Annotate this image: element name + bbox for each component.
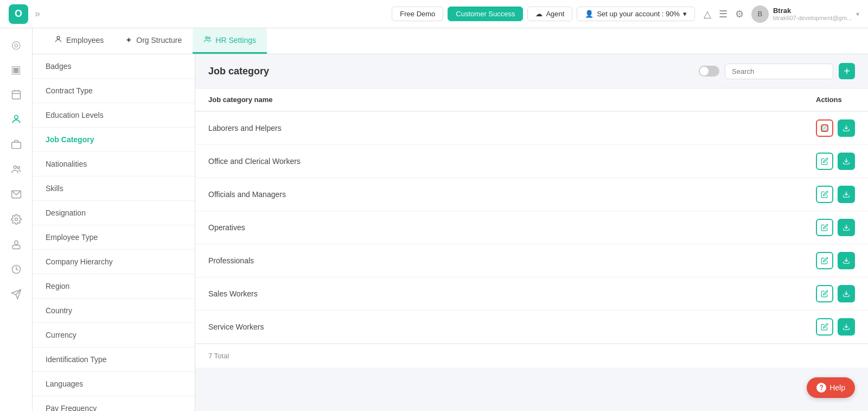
topnav-icon-group: △ ☰ ⚙ — [704, 8, 744, 20]
user-email: btrak607-development@gm... — [773, 15, 852, 21]
free-demo-button[interactable]: Free Demo — [392, 7, 443, 21]
settings-item-badges[interactable]: Badges — [33, 54, 195, 79]
edit-button[interactable] — [816, 318, 833, 336]
svg-point-4 — [14, 116, 18, 119]
row-name: Office and Clerical Workers — [195, 145, 803, 178]
row-actions — [803, 178, 868, 211]
action-btn-group — [816, 186, 855, 203]
row-name: Operatives — [195, 211, 803, 244]
username: Btrak — [773, 7, 852, 15]
user-info: Btrak btrak607-development@gm... — [773, 7, 852, 21]
main-panel: Job category + Job category name Actions… — [195, 54, 868, 411]
hr-tab-icon — [203, 35, 212, 45]
person-setup-icon: 👤 — [585, 10, 593, 18]
tab-hr-settings[interactable]: HR Settings — [193, 28, 267, 54]
download-button[interactable] — [838, 252, 855, 269]
settings-item-contract-type[interactable]: Contract Type — [33, 79, 195, 103]
settings-item-skills[interactable]: Skills — [33, 176, 195, 201]
row-actions — [803, 244, 868, 277]
download-button[interactable] — [838, 285, 855, 302]
sidebar-icon-calendar[interactable] — [5, 84, 27, 105]
toggle-switch[interactable] — [699, 66, 719, 77]
settings-item-education-levels[interactable]: Education Levels — [33, 103, 195, 128]
sidebar-icon-clock[interactable] — [5, 258, 27, 280]
svg-point-9 — [15, 218, 17, 221]
edit-button[interactable] — [816, 153, 833, 170]
settings-item-region[interactable]: Region — [33, 274, 195, 299]
tab-hr-label: HR Settings — [215, 36, 256, 45]
setup-chevron-icon: ▾ — [683, 10, 687, 18]
table-row: Professionals — [195, 244, 868, 277]
action-btn-group — [816, 318, 855, 336]
table-row: Office and Clerical Workers — [195, 145, 868, 178]
edit-button[interactable] — [816, 252, 833, 269]
sidebar-icon-profile[interactable] — [5, 233, 27, 255]
settings-item-employee-type[interactable]: Employee Type — [33, 225, 195, 250]
settings-item-country[interactable]: Country — [33, 299, 195, 323]
search-input[interactable] — [725, 64, 833, 79]
col-name-header: Job category name — [195, 88, 803, 111]
svg-rect-0 — [12, 91, 20, 99]
row-name: Laborers and Helpers — [195, 111, 803, 145]
col-actions-header: Actions — [803, 88, 868, 111]
row-actions — [803, 111, 868, 145]
employees-tab-icon — [54, 35, 62, 45]
customer-success-button[interactable]: Customer Success — [448, 7, 523, 21]
table-row: Service Workers — [195, 311, 868, 344]
help-button[interactable]: ? Help — [807, 377, 855, 398]
sidebar-icon-briefcase[interactable] — [5, 134, 27, 155]
sidebar-icon-globe[interactable]: ◎ — [5, 34, 27, 55]
agent-cloud-icon: ☁ — [535, 10, 542, 18]
sidebar-icon-send[interactable] — [5, 283, 27, 305]
tabs-bar: Employees ✦ Org Structure HR Settings — [33, 28, 868, 54]
sidebar-icon-user[interactable] — [5, 109, 27, 130]
agent-button[interactable]: ☁ Agent — [527, 7, 572, 21]
settings-item-languages[interactable]: Languages — [33, 372, 195, 396]
download-button[interactable] — [838, 153, 855, 170]
settings-item-identification-type[interactable]: Identification Type — [33, 347, 195, 372]
settings-item-nationalities[interactable]: Nationalities — [33, 152, 195, 176]
gear-topnav-icon[interactable]: ⚙ — [735, 8, 744, 20]
alert-icon[interactable]: △ — [704, 8, 711, 20]
settings-item-pay-frequency[interactable]: Pay Frequency — [33, 396, 195, 411]
panel-header-right: + — [699, 63, 855, 79]
settings-item-designation[interactable]: Designation — [33, 201, 195, 225]
edit-button[interactable] — [816, 186, 833, 203]
download-button[interactable] — [838, 318, 855, 336]
sidebar-icon-tv[interactable]: ▣ — [5, 59, 27, 80]
document-icon[interactable]: ☰ — [719, 8, 727, 20]
topnav: O » Free Demo Customer Success ☁ Agent 👤… — [0, 0, 868, 28]
download-button[interactable] — [838, 186, 855, 203]
edit-button[interactable] — [816, 119, 833, 137]
panel-header: Job category + — [195, 54, 868, 88]
tab-employees-label: Employees — [66, 36, 104, 45]
action-btn-group — [816, 285, 855, 302]
tab-employees[interactable]: Employees — [43, 28, 114, 54]
svg-point-16 — [206, 37, 208, 39]
settings-item-currency[interactable]: Currency — [33, 323, 195, 347]
svg-rect-11 — [12, 245, 20, 249]
settings-item-job-category[interactable]: Job Category — [33, 128, 195, 152]
row-name: Officials and Managers — [195, 178, 803, 211]
edit-button[interactable] — [816, 285, 833, 302]
svg-rect-5 — [11, 142, 21, 149]
row-name: Service Workers — [195, 311, 803, 344]
download-button[interactable] — [838, 119, 855, 137]
settings-item-company-hierarchy[interactable]: Company Hierarchy — [33, 250, 195, 274]
sidebar-icon-settings[interactable] — [5, 208, 27, 230]
user-menu[interactable]: B Btrak btrak607-development@gm... ▾ — [751, 5, 859, 23]
row-name: Sales Workers — [195, 277, 803, 311]
tab-org-structure[interactable]: ✦ Org Structure — [114, 28, 193, 54]
sidebar-icon-people[interactable] — [5, 159, 27, 180]
org-tab-icon: ✦ — [125, 35, 132, 45]
app-logo[interactable]: O — [9, 4, 28, 24]
add-button[interactable]: + — [839, 63, 855, 79]
expand-icon[interactable]: » — [35, 8, 40, 20]
avatar: B — [751, 5, 769, 23]
edit-button[interactable] — [816, 219, 833, 236]
setup-button[interactable]: 👤 Set up your account : 90% ▾ — [577, 7, 694, 21]
sidebar-icon-mail[interactable] — [5, 184, 27, 205]
action-btn-group — [816, 153, 855, 170]
agent-label: Agent — [546, 10, 564, 18]
download-button[interactable] — [838, 219, 855, 236]
